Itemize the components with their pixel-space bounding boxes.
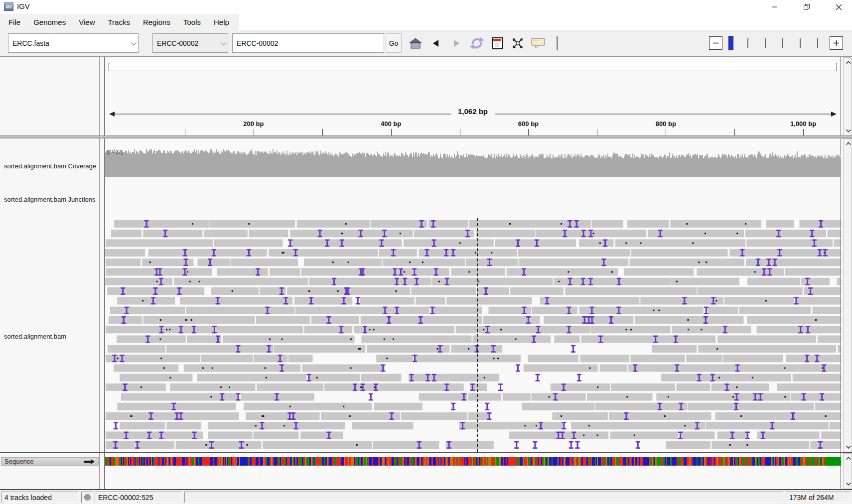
minus-icon (712, 40, 719, 46)
track-name-gutter: sorted.alignment.bam Coverage sorted.ali… (0, 138, 100, 452)
ruler-tick (734, 129, 735, 135)
status-indicator-cell (81, 492, 93, 503)
zoom-out-button[interactable] (709, 36, 722, 50)
ruler-tick-label: 400 bp (381, 120, 401, 127)
menu-item-help[interactable]: Help (207, 18, 236, 26)
tooltip-toggle-button[interactable] (530, 35, 546, 52)
chevron-down-icon (218, 41, 228, 45)
scroll-down-icon[interactable] (844, 126, 852, 135)
ruler-tick (528, 129, 529, 135)
scroll-up-icon[interactable] (844, 139, 852, 148)
sequence-gutter: Sequence (0, 453, 100, 489)
genome-select-value: ERCC.fasta (8, 39, 128, 47)
menu-bar: FileGenomesViewTracksRegionsToolsHelp (0, 14, 852, 30)
ruler-tick (254, 129, 254, 135)
ruler-tick (803, 129, 804, 135)
window-snapshot-icon (491, 37, 503, 50)
scroll-down-icon[interactable] (844, 443, 852, 451)
zoom-control (705, 35, 850, 51)
sequence-panel: Sequence (0, 453, 852, 490)
alignment-track-label[interactable]: sorted.alignment.bam (4, 333, 66, 340)
alignment-reads[interactable] (105, 218, 841, 452)
scroll-up-icon[interactable] (844, 454, 852, 463)
go-button[interactable]: Go (386, 33, 402, 53)
chromosome-select[interactable]: ERCC-00002 (152, 33, 228, 53)
data-panel: sorted.alignment.bam Coverage sorted.ali… (0, 138, 852, 453)
ruler-tick (185, 129, 185, 135)
menu-items: FileGenomesViewTracksRegionsToolsHelp (2, 14, 236, 30)
back-button[interactable] (428, 35, 444, 52)
go-button-label: Go (389, 39, 399, 47)
close-icon (836, 4, 842, 10)
fit-to-window-icon (512, 37, 524, 49)
igv-window: IGV IGV FileGenomesViewTracksRegionsTool… (0, 0, 852, 504)
track-gutter-divider (100, 138, 105, 452)
ruler-panel: 1,062 bp 200 bp400 bp600 bp800 bp1,000 b… (0, 56, 852, 135)
sequence-gutter-divider (100, 453, 105, 489)
span-length-label: 1,062 bp (451, 107, 495, 116)
genome-select[interactable]: ERCC.fasta (8, 33, 139, 53)
region-snapshot-button[interactable] (489, 35, 505, 52)
minimize-button[interactable] (763, 0, 786, 14)
tracks-content[interactable]: [0 - 37] (105, 138, 841, 452)
forward-button[interactable] (448, 35, 464, 52)
ruler-scrollbar[interactable] (843, 57, 852, 136)
home-button[interactable] (408, 35, 424, 52)
plus-icon (833, 40, 840, 46)
menu-item-genomes[interactable]: Genomes (27, 18, 72, 26)
status-circle-icon (84, 494, 91, 501)
memory-status: 173M of 264M (786, 492, 851, 503)
coverage-histogram[interactable] (105, 148, 841, 177)
zoom-in-button[interactable] (830, 36, 843, 50)
ruler-tick (597, 129, 597, 135)
scroll-down-icon[interactable] (844, 480, 852, 488)
ruler-tick (322, 129, 323, 135)
zoom-tick[interactable] (765, 38, 766, 48)
menu-item-tools[interactable]: Tools (177, 18, 207, 26)
toolbar: ERCC.fasta ERCC-00002 Go (0, 30, 852, 56)
status-bar: 4 tracks loaded ERCC-00002:525 173M of 2… (0, 490, 852, 504)
back-arrow-icon (431, 39, 440, 48)
ruler-ticks: 200 bp400 bp600 bp800 bp1,000 bp (105, 117, 841, 136)
sequence-content[interactable] (105, 453, 841, 489)
sequence-color-bar[interactable] (105, 457, 841, 466)
ruler-tick-label: 600 bp (518, 120, 539, 127)
zoom-tick[interactable] (747, 38, 748, 48)
center-position-line (477, 218, 478, 452)
data-scrollbar[interactable] (843, 138, 852, 452)
zoom-tick[interactable] (782, 38, 783, 48)
menu-item-file[interactable]: File (2, 18, 27, 26)
ruler-tick-label: 800 bp (656, 120, 676, 127)
ruler-tick (666, 129, 666, 135)
strand-arrow-icon[interactable] (83, 459, 95, 465)
locus-input[interactable] (232, 33, 384, 53)
restore-button[interactable] (795, 0, 818, 14)
zoom-tick[interactable] (800, 38, 801, 48)
speech-bubble-icon (531, 37, 545, 49)
tracks-loaded-status: 4 tracks loaded (1, 492, 79, 503)
status-message-cell (184, 492, 783, 503)
coverage-range-label: [0 - 37] (107, 149, 123, 155)
chevron-down-icon (128, 41, 138, 45)
close-button[interactable] (827, 0, 850, 14)
chromosome-ideogram[interactable] (109, 63, 837, 71)
menu-item-regions[interactable]: Regions (137, 18, 177, 26)
igv-logo-icon: IGV (4, 2, 13, 11)
sequence-track-label[interactable]: Sequence (1, 457, 99, 466)
refresh-button[interactable] (469, 35, 485, 52)
minimize-icon (772, 4, 778, 10)
ruler-gutter (0, 57, 100, 136)
menu-item-view[interactable]: View (72, 18, 101, 26)
menu-item-tracks[interactable]: Tracks (101, 18, 136, 26)
zoom-tick[interactable] (817, 38, 818, 48)
ruler-content[interactable]: 1,062 bp 200 bp400 bp600 bp800 bp1,000 b… (105, 57, 841, 136)
junctions-track-label[interactable]: sorted.alignment.bam Junctions (4, 196, 96, 203)
zoom-slider-thumb[interactable] (728, 36, 733, 50)
cursor-locus-status: ERCC-00002:525 (95, 492, 182, 503)
sequence-scrollbar[interactable] (843, 453, 852, 489)
fit-to-window-button[interactable] (510, 35, 526, 52)
refresh-icon (469, 36, 484, 50)
ruler-tick-label: 1,000 bp (790, 120, 816, 127)
coverage-track-label[interactable]: sorted.alignment.bam Coverage (4, 162, 96, 170)
scroll-up-icon[interactable] (844, 58, 852, 67)
